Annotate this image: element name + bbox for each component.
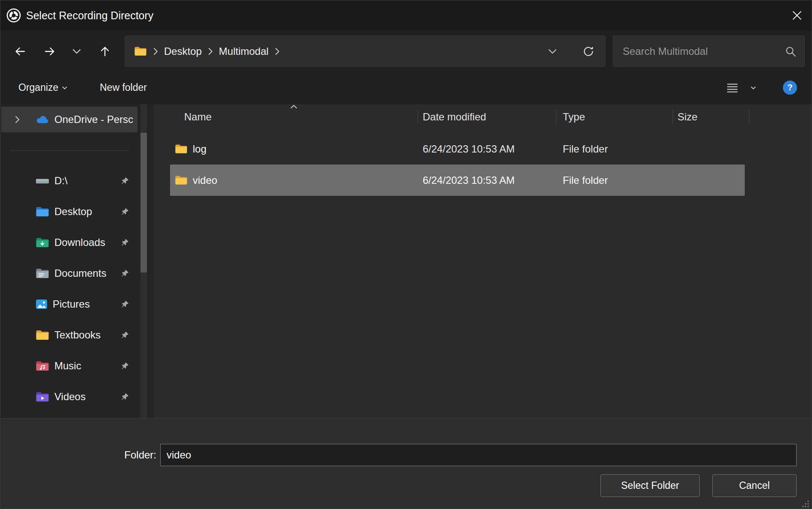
navigation-bar: Desktop Multimodal [0,30,812,71]
column-separator[interactable] [418,110,418,124]
breadcrumb-chevron-icon[interactable] [275,48,280,55]
address-dropdown-button[interactable] [542,36,563,66]
file-type: File folder [563,133,608,165]
select-folder-button[interactable]: Select Folder [600,474,700,497]
forward-arrow-icon [43,45,56,58]
sidebar-item-label: D:\ [54,175,68,187]
column-header-name[interactable]: Name [154,104,418,130]
close-icon [791,10,803,21]
chevron-down-icon [62,86,67,90]
view-options-button[interactable] [726,71,739,104]
new-folder-button[interactable]: New folder [100,71,147,104]
column-label: Date modified [423,111,486,123]
cancel-button[interactable]: Cancel [712,474,797,497]
pin-icon [121,207,129,216]
documents-folder-icon [36,268,49,279]
pictures-icon [36,299,48,310]
folder-icon [175,144,188,154]
back-button[interactable] [9,36,31,67]
column-header-size[interactable]: Size [672,104,749,130]
obs-logo-icon [6,8,21,23]
sidebar-item-documents[interactable]: Documents [1,258,137,289]
recent-locations-button[interactable] [67,36,87,67]
sidebar-item-label: OneDrive - Persc [54,114,133,126]
back-arrow-icon [14,45,27,58]
select-recording-directory-dialog: Select Recording Directory [0,0,812,509]
sidebar-scrollbar-track [140,104,147,418]
sidebar-item-label: Downloads [54,237,105,249]
column-separator[interactable] [672,110,673,124]
command-bar: Organize New folder ? [0,71,812,104]
breadcrumb-item-multimodal[interactable]: Multimodal [219,45,269,57]
sidebar-item-label: Pictures [53,298,90,310]
pin-icon [121,269,129,278]
pin-icon [121,392,129,401]
file-name: video [193,165,217,196]
title-bar: Select Recording Directory [0,0,812,30]
file-row-video[interactable]: video 6/24/2023 10:53 AM File folder [170,165,745,196]
view-dropdown-button[interactable] [751,71,756,104]
sidebar-item-music[interactable]: Music [1,350,137,381]
chevron-down-icon [751,86,756,90]
up-button[interactable] [94,36,116,67]
resize-grip[interactable] [801,499,810,509]
sidebar-item-desktop[interactable]: Desktop [1,196,137,227]
videos-folder-icon [36,391,49,402]
folder-field-label: Folder: [120,449,156,461]
chevron-down-icon [72,48,81,54]
file-row-log[interactable]: log 6/24/2023 10:53 AM File folder [170,133,745,165]
file-date-modified: 6/24/2023 10:53 AM [423,133,515,165]
chevron-down-icon [548,48,557,54]
breadcrumb-folder-icon[interactable] [134,46,147,57]
navigation-pane: OneDrive - Persc D:\ Desktop [0,104,154,418]
details-view-icon [726,82,739,93]
column-label: Type [563,111,585,123]
search-box [613,36,805,67]
folder-icon [36,329,49,341]
sidebar-item-textbooks[interactable]: Textbooks [1,320,137,350]
sidebar-item-videos[interactable]: Videos [1,381,137,412]
expand-chevron-icon[interactable] [14,116,20,123]
sidebar-item-d-drive[interactable]: D:\ [1,165,137,196]
dialog-footer: Folder: Select Folder Cancel [0,418,812,509]
breadcrumb-chevron-icon[interactable] [153,48,158,55]
forward-button[interactable] [39,36,61,67]
file-list: Name Date modified Type Size log 6/24/20… [154,104,812,418]
sidebar-item-label: Textbooks [54,329,101,341]
column-label: Name [184,111,212,123]
search-input[interactable] [613,36,804,66]
organize-button[interactable]: Organize [18,71,67,104]
dialog-content: OneDrive - Persc D:\ Desktop [0,104,812,418]
sidebar-item-downloads[interactable]: Downloads [1,227,137,258]
sidebar-scrollbar-thumb[interactable] [140,133,147,272]
sidebar-item-label: Videos [54,391,86,403]
breadcrumb-item-desktop[interactable]: Desktop [164,45,202,57]
column-header-date-modified[interactable]: Date modified [418,104,556,130]
pin-icon [121,362,129,370]
column-separator[interactable] [749,110,749,124]
column-header-type[interactable]: Type [556,104,672,130]
organize-label: Organize [18,82,58,93]
pin-icon [121,331,129,339]
refresh-icon [582,45,595,58]
pin-icon [121,300,129,308]
breadcrumb-chevron-icon[interactable] [208,48,213,55]
close-button[interactable] [782,0,812,30]
sidebar-item-onedrive[interactable]: OneDrive - Persc [1,107,137,132]
sidebar-item-label: Music [54,360,81,372]
help-question-icon: ? [787,83,792,93]
music-folder-icon [36,360,49,371]
sidebar-item-pictures[interactable]: Pictures [1,289,137,320]
help-button[interactable]: ? [783,81,797,95]
column-separator[interactable] [556,110,556,124]
drive-icon [36,177,49,186]
file-type: File folder [563,165,608,196]
sidebar-item-label: Desktop [54,206,92,218]
refresh-button[interactable] [578,36,599,66]
window-title: Select Recording Directory [26,9,153,22]
file-date-modified: 6/24/2023 10:53 AM [423,165,515,196]
address-bar[interactable]: Desktop Multimodal [125,36,606,67]
sidebar-divider [11,150,129,151]
folder-name-input[interactable] [160,444,797,466]
new-folder-label: New folder [100,82,147,93]
